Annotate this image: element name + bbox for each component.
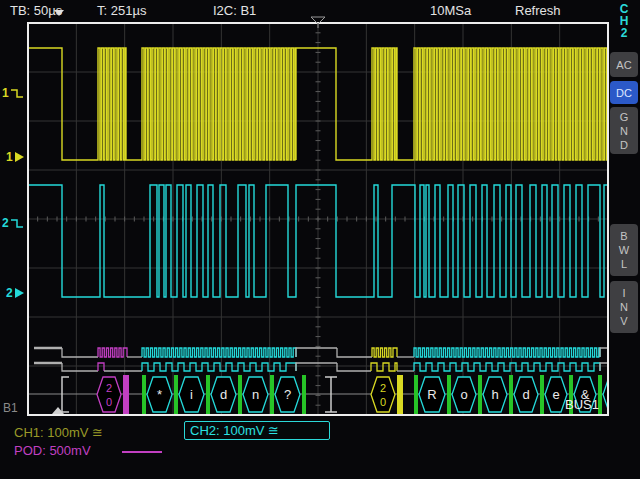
decode-line-sda: [142, 363, 296, 371]
bus-name-label: BUS1: [565, 397, 599, 412]
bus-address-end-bar: [123, 375, 129, 414]
ch1-marker-digit: 1: [2, 86, 9, 100]
decode-line-sda: [62, 363, 98, 371]
ch1-scale-label[interactable]: CH1: 100mV ≅: [14, 425, 103, 440]
sidebar-channel-title: C H 2: [609, 3, 639, 39]
bus-data-char: e: [552, 387, 559, 402]
bus-ack-bar: [414, 375, 418, 414]
ch1-position-marker[interactable]: 1: [6, 150, 24, 164]
falling-edge-icon: [10, 88, 24, 99]
bus-ack-bar: [270, 375, 274, 414]
bus-ack-bar: [174, 375, 178, 414]
decode-line-scl: [98, 348, 127, 357]
pod-reference-line: [122, 451, 162, 453]
bus-ack-bar: [302, 375, 306, 414]
bus-data-char: R: [427, 387, 436, 402]
reference-top-marker[interactable]: [54, 10, 64, 16]
bus-left-label: B1: [3, 401, 18, 415]
bus-ack-bar: [540, 375, 544, 414]
decode-line-scl: [372, 348, 397, 357]
coupling-dc-button[interactable]: DC: [610, 81, 638, 104]
right-arrow-icon: [15, 152, 24, 162]
traces: 20*idn?20Rohde&S: [28, 48, 627, 414]
decode-line-sda: [296, 363, 337, 371]
decode-line-scl: [296, 348, 337, 357]
coupling-ac-button[interactable]: AC: [610, 52, 638, 77]
decode-line-scl: [62, 348, 98, 357]
decode-line-scl: [600, 348, 608, 357]
coupling-gnd-button[interactable]: G N D: [610, 107, 638, 154]
bus-ack-bar: [238, 375, 242, 414]
bus-address-char: 0: [106, 396, 112, 408]
softkey-sidebar: C H 2 AC DC G N D B W L I N V: [609, 0, 640, 479]
bus-data-char: d: [522, 387, 529, 402]
decode-line-scl: [142, 348, 296, 357]
ch2-marker-digit: 2: [2, 216, 9, 230]
decode-line-scl: [414, 348, 600, 357]
bus-ack-bar: [509, 375, 513, 414]
right-arrow-icon: [15, 288, 24, 298]
falling-edge-icon: [10, 218, 24, 229]
bus-data-char: ?: [284, 387, 291, 402]
ch2-position-marker[interactable]: 2: [6, 286, 24, 300]
bus-ack-bar: [478, 375, 482, 414]
bus-data-char: *: [157, 387, 162, 402]
bandwidth-limit-button[interactable]: B W L: [610, 224, 638, 276]
invert-button[interactable]: I N V: [610, 281, 638, 333]
oscilloscope-screen: TB: 50µs T: 251µs I2C: B1 10MSa Refresh …: [0, 0, 640, 479]
bus-data-char: d: [220, 387, 227, 402]
decode-line-sda: [371, 363, 397, 371]
bus-ack-bar: [206, 375, 210, 414]
bus-address-end-bar: [397, 375, 403, 414]
decode-line-sda: [414, 363, 600, 371]
bus-data-char: i: [190, 387, 193, 402]
bus-ack-bar: [142, 375, 146, 414]
bus-address-char: 0: [380, 396, 386, 408]
bus-address-char: 2: [106, 382, 112, 394]
decode-line-sda: [600, 363, 608, 371]
bus-ack-bar: [447, 375, 451, 414]
bus-data-char: o: [460, 387, 467, 402]
pod-scale-label[interactable]: POD: 500mV: [14, 443, 91, 458]
waveform-display[interactable]: 20*idn?20Rohde&S: [0, 0, 640, 479]
ch1-marker-digit: 1: [6, 150, 13, 164]
decode-line-sda: [98, 363, 104, 371]
ch2-trigger-level-marker[interactable]: 2: [2, 216, 24, 230]
bus-data-char: n: [252, 387, 259, 402]
bus-address-char: 2: [380, 382, 386, 394]
ch2-scale-label[interactable]: CH2: 100mV ≅: [184, 421, 330, 440]
ch2-marker-digit: 2: [6, 286, 13, 300]
ch1-trigger-level-marker[interactable]: 1: [2, 86, 24, 100]
bus-data-char: h: [491, 387, 498, 402]
